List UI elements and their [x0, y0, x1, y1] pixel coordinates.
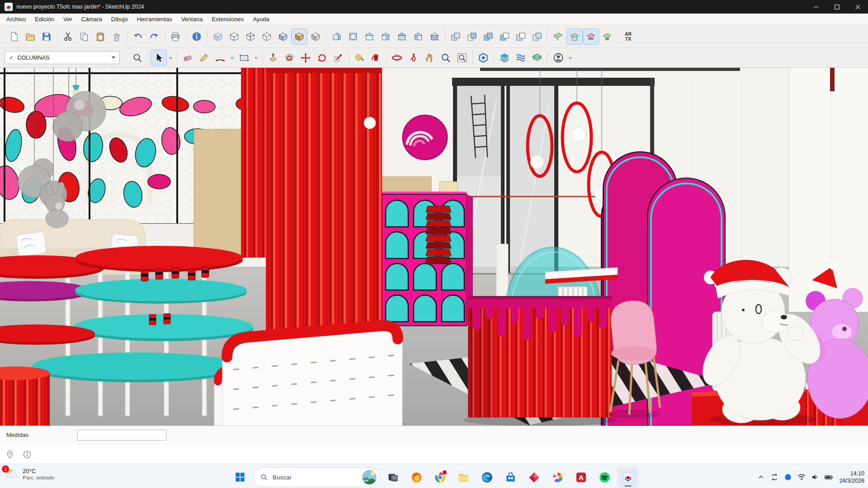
display-section-cuts-button[interactable] — [583, 29, 599, 44]
menu-ayuda[interactable]: Ayuda — [248, 14, 274, 24]
taskbar-app-edge[interactable] — [476, 467, 497, 488]
extension-stack-2-button[interactable] — [513, 50, 528, 66]
tray-blue-dot-icon[interactable] — [781, 470, 795, 484]
arc-button[interactable] — [212, 50, 228, 66]
print-button[interactable] — [168, 29, 183, 44]
select-button[interactable] — [151, 50, 166, 66]
scale-button[interactable] — [330, 50, 346, 66]
menu-extensiones[interactable]: Extensiones — [207, 14, 248, 24]
push-pull-button[interactable] — [265, 50, 281, 66]
view-top-button[interactable] — [345, 29, 361, 44]
rectangle-button[interactable] — [236, 50, 252, 66]
credits-info-icon[interactable] — [23, 450, 32, 459]
geolocation-icon[interactable] — [5, 450, 14, 459]
style-hidden-line-button[interactable] — [259, 29, 274, 44]
menu-herramientas[interactable]: Herramientas — [132, 14, 177, 24]
display-section-planes-button[interactable] — [567, 29, 582, 44]
arc-menu-button[interactable] — [229, 50, 236, 66]
solid-union-button[interactable] — [481, 29, 496, 44]
pan-button[interactable] — [422, 50, 437, 66]
menu-edicion[interactable]: Edición — [30, 14, 59, 24]
line-button[interactable] — [196, 50, 212, 66]
style-textured-button[interactable] — [292, 29, 307, 44]
undo-button[interactable] — [130, 29, 146, 44]
solid-subtract-button[interactable] — [497, 29, 512, 44]
red-drip-counter[interactable] — [463, 296, 617, 426]
ar-tx-extension-button[interactable]: AR TX — [622, 31, 634, 42]
red-shopping-baskets[interactable] — [425, 206, 451, 264]
style-xray-button[interactable] — [210, 29, 226, 44]
select-menu-button[interactable] — [167, 50, 174, 66]
viewport-3d[interactable] — [0, 68, 868, 426]
solid-trim-button[interactable] — [513, 29, 528, 44]
copy-button[interactable] — [76, 29, 92, 44]
menu-ventana[interactable]: Ventana — [177, 14, 208, 24]
solid-split-button[interactable] — [529, 29, 545, 44]
taskbar-app-sketchup[interactable] — [618, 467, 638, 488]
redo-button[interactable] — [146, 29, 162, 44]
taskbar-clock[interactable]: 14:10 24/3/2026 — [839, 470, 864, 484]
taskbar-app-file-explorer[interactable] — [453, 467, 474, 488]
model-info-button[interactable] — [189, 29, 204, 44]
menu-ver[interactable]: Ver — [59, 14, 77, 24]
scene-canvas[interactable] — [0, 68, 868, 426]
white-display-gondola[interactable] — [214, 323, 407, 426]
save-file-button[interactable] — [39, 29, 54, 44]
style-back-edges-button[interactable] — [226, 29, 242, 44]
offset-button[interactable] — [282, 50, 297, 66]
orbit-button[interactable] — [389, 50, 405, 66]
taskbar-app-spotify[interactable] — [594, 467, 615, 488]
tray-chevron-up-icon[interactable] — [754, 470, 768, 484]
tray-volume-icon[interactable] — [808, 470, 822, 484]
menu-camara[interactable]: Cámara — [77, 14, 107, 24]
close-button[interactable] — [847, 0, 868, 14]
solid-intersect-button[interactable] — [464, 29, 480, 44]
zoom-extents-button[interactable] — [454, 50, 470, 66]
open-file-button[interactable] — [23, 29, 38, 44]
extension-stack-1-button[interactable] — [497, 50, 512, 66]
view-iso-button[interactable] — [329, 29, 344, 44]
walk-button[interactable] — [406, 50, 421, 66]
rectangle-menu-button[interactable] — [253, 50, 259, 66]
taskbar-app-microsoft-store[interactable] — [500, 467, 521, 488]
menu-archivo[interactable]: Archivo — [2, 14, 30, 24]
cut-button[interactable] — [60, 29, 75, 44]
taskbar-app-red-diamond-app[interactable] — [524, 467, 544, 488]
weather-widget[interactable]: 1 20°C Parc. soleado — [5, 467, 54, 482]
taskbar-app-acrobat[interactable]: A — [571, 467, 591, 488]
search-button[interactable] — [130, 50, 145, 66]
eraser-button[interactable] — [180, 50, 195, 66]
maximize-button[interactable] — [826, 0, 847, 14]
section-plane-button[interactable] — [551, 29, 566, 44]
tray-sync-icon[interactable] — [768, 470, 781, 484]
tray-wifi-icon[interactable] — [795, 470, 808, 484]
extension-hexagon-button[interactable] — [476, 50, 491, 66]
display-section-fill-button[interactable] — [599, 29, 615, 44]
menu-dibujo[interactable]: Dibujo — [107, 14, 132, 24]
zoom-button[interactable] — [438, 50, 453, 66]
view-back-button[interactable] — [394, 29, 410, 44]
taskbar-app-photos[interactable] — [547, 467, 568, 488]
start-button[interactable] — [230, 467, 250, 488]
rotate-button[interactable] — [314, 50, 330, 66]
paste-button[interactable] — [93, 29, 108, 44]
new-file-button[interactable] — [6, 29, 22, 44]
style-wireframe-button[interactable] — [243, 29, 258, 44]
view-right-button[interactable] — [378, 29, 393, 44]
move-button[interactable] — [298, 50, 313, 66]
minimize-button[interactable] — [806, 0, 826, 14]
style-shaded-button[interactable] — [275, 29, 291, 44]
brand-circle-logo[interactable] — [403, 115, 447, 160]
view-bottom-button[interactable] — [427, 29, 442, 44]
extension-stack-3-button[interactable] — [529, 50, 545, 66]
taskbar-app-chrome[interactable] — [429, 467, 450, 488]
active-tag-dropdown[interactable]: ✓ COLUMNAS — [5, 51, 120, 64]
tray-battery-icon[interactable] — [822, 470, 835, 484]
paint-bucket-button[interactable] — [368, 50, 383, 66]
solid-outer-shell-button[interactable] — [448, 29, 463, 44]
taskbar-search[interactable]: Buscar — [253, 467, 380, 487]
taskbar-app-firefox[interactable] — [406, 467, 427, 488]
taskbar-app-task-view[interactable] — [382, 467, 403, 488]
red-drum-table[interactable] — [0, 366, 50, 426]
measurements-input[interactable] — [77, 430, 166, 441]
